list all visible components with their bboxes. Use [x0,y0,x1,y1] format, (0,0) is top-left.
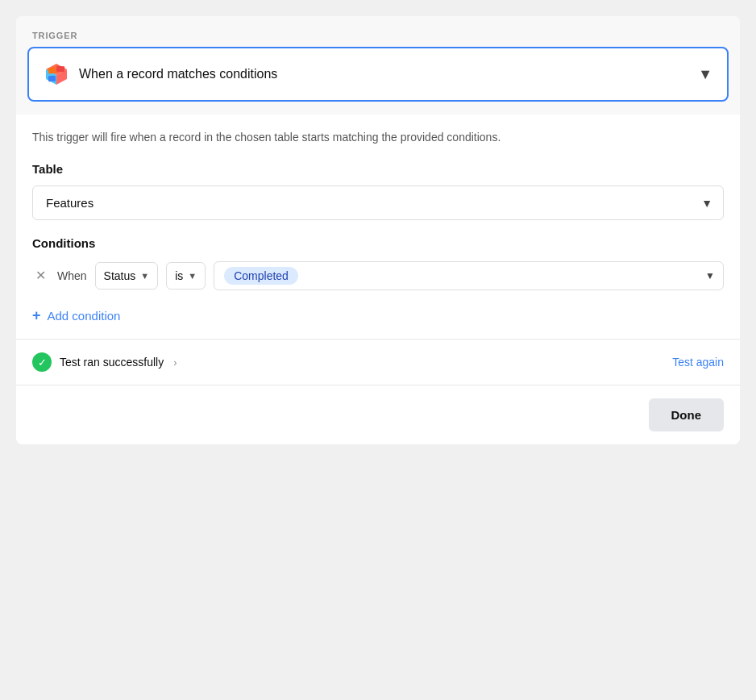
svg-rect-6 [48,76,56,81]
value-select-wrapper[interactable]: Completed ▼ [214,261,724,290]
add-condition-row: + Add condition [32,303,724,339]
test-row: ✓ Test ran successfully › Test again [16,340,740,385]
operator-dropdown[interactable]: is ▼ [166,262,206,290]
plus-icon: + [32,308,41,323]
trigger-panel: TRIGGER When a record matches conditions… [16,16,740,444]
done-button[interactable]: Done [649,398,725,431]
trigger-app-icon [44,61,69,87]
checkmark-icon: ✓ [38,356,47,369]
trigger-title: When a record matches conditions [79,67,277,81]
success-icon: ✓ [32,352,52,372]
svg-rect-4 [48,67,56,73]
add-condition-label: Add condition [48,309,121,323]
conditions-section: Conditions ✕ When Status ▼ is ▼ Complete… [16,220,740,339]
remove-x-icon: ✕ [35,269,46,282]
add-condition-button[interactable]: + Add condition [32,308,120,323]
trigger-selector-left: When a record matches conditions [44,61,277,87]
remove-condition-button[interactable]: ✕ [32,266,49,285]
test-success-text: Test ran successfully [60,356,164,369]
trigger-section-label: TRIGGER [16,16,740,47]
trigger-selector[interactable]: When a record matches conditions ▼ [27,47,729,102]
table-select-wrapper: Features Tasks Projects Users ▼ [32,185,724,220]
field-label: Status [104,269,136,282]
conditions-section-label: Conditions [32,236,724,250]
field-dropdown-arrow: ▼ [140,271,149,281]
value-select-inner: Completed [224,267,699,285]
table-section-label: Table [32,162,724,176]
table-section: Table Features Tasks Projects Users ▼ [16,146,740,220]
bottom-bar: Done [16,385,740,444]
top-area: TRIGGER When a record matches conditions… [16,16,740,115]
operator-dropdown-arrow: ▼ [188,271,197,281]
svg-rect-5 [56,66,65,73]
test-chevron-right-icon: › [173,356,177,369]
table-select[interactable]: Features Tasks Projects Users [32,185,724,220]
completed-badge: Completed [224,267,298,285]
operator-label: is [175,269,183,282]
condition-when-label: When [57,269,87,282]
test-left: ✓ Test ran successfully › [32,352,177,372]
condition-row: ✕ When Status ▼ is ▼ Completed ▼ [32,261,724,290]
trigger-description: This trigger will fire when a record in … [16,115,740,146]
field-dropdown[interactable]: Status ▼ [95,262,159,290]
chevron-down-icon: ▼ [698,66,712,83]
test-again-button[interactable]: Test again [672,356,724,369]
value-dropdown-arrow: ▼ [705,270,715,281]
